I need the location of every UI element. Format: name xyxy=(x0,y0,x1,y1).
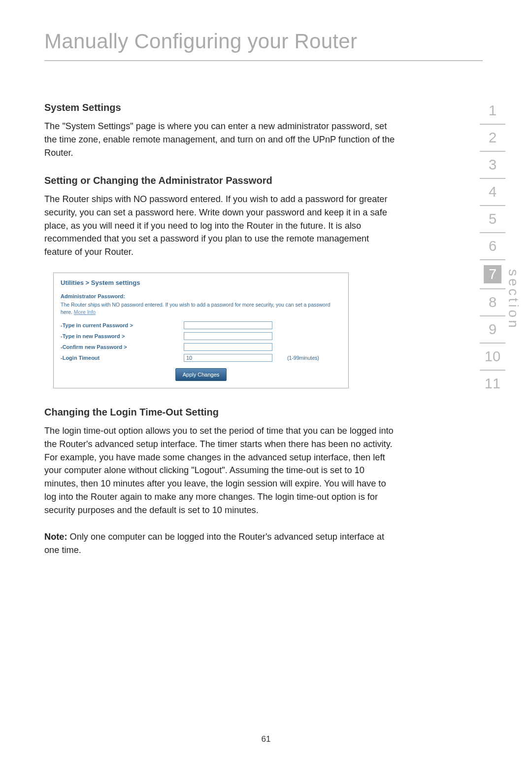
timeout-para: The login time-out option allows you to … xyxy=(44,424,399,517)
login-timeout-unit: (1-99minutes) xyxy=(287,354,319,362)
section-nav-10[interactable]: 10 xyxy=(480,344,505,371)
login-timeout-label: -Login Timeout xyxy=(61,354,184,362)
timeout-heading: Changing the Login Time-Out Setting xyxy=(44,405,399,419)
section-nav: 1 2 3 4 5 6 7 8 9 10 11 xyxy=(480,98,505,397)
section-nav-8[interactable]: 8 xyxy=(480,289,505,316)
section-nav-2[interactable]: 2 xyxy=(480,125,505,152)
admin-password-heading: Setting or Changing the Administrator Pa… xyxy=(44,173,399,188)
note-para: Note: Only one computer can be logged in… xyxy=(44,530,399,557)
note-text: Only one computer can be logged into the… xyxy=(44,532,384,555)
system-settings-para: The "System Settings" page is where you … xyxy=(44,120,399,159)
apply-changes-button[interactable]: Apply Changes xyxy=(175,368,227,381)
login-timeout-input[interactable]: 10 xyxy=(184,354,272,362)
section-nav-7-wrap: 7 xyxy=(480,260,505,289)
new-password-label: -Type in new Password > xyxy=(61,332,184,340)
screenshot-subhead: Administrator Password: xyxy=(61,292,341,300)
section-nav-4[interactable]: 4 xyxy=(480,179,505,206)
note-label: Note: xyxy=(44,532,67,542)
system-settings-heading: System Settings xyxy=(44,101,399,115)
current-password-label: -Type in current Password > xyxy=(61,321,184,329)
section-nav-11[interactable]: 11 xyxy=(480,371,505,397)
section-nav-1[interactable]: 1 xyxy=(480,98,505,125)
section-nav-6[interactable]: 6 xyxy=(480,233,505,260)
screenshot-breadcrumb: Utilities > System settings xyxy=(61,278,341,287)
section-nav-5[interactable]: 5 xyxy=(480,206,505,233)
section-nav-7[interactable]: 7 xyxy=(484,265,501,283)
current-password-input[interactable] xyxy=(184,321,272,329)
page-title: Manually Configuring your Router xyxy=(44,30,483,61)
admin-password-para: The Router ships with NO password entere… xyxy=(44,193,399,259)
confirm-password-label: -Confirm new Password > xyxy=(61,343,184,351)
section-nav-9[interactable]: 9 xyxy=(480,316,505,344)
new-password-input[interactable] xyxy=(184,332,272,340)
screenshot-desc-text: The Router ships with NO password entere… xyxy=(61,302,330,315)
section-nav-3[interactable]: 3 xyxy=(480,152,505,179)
router-settings-screenshot: Utilities > System settings Administrato… xyxy=(53,273,349,388)
page-number: 61 xyxy=(0,734,532,744)
screenshot-description: The Router ships with NO password entere… xyxy=(61,301,341,316)
main-content: System Settings The "System Settings" pa… xyxy=(44,101,399,557)
more-info-link[interactable]: More Info xyxy=(74,309,96,315)
section-label: section xyxy=(505,269,521,330)
confirm-password-input[interactable] xyxy=(184,343,272,351)
